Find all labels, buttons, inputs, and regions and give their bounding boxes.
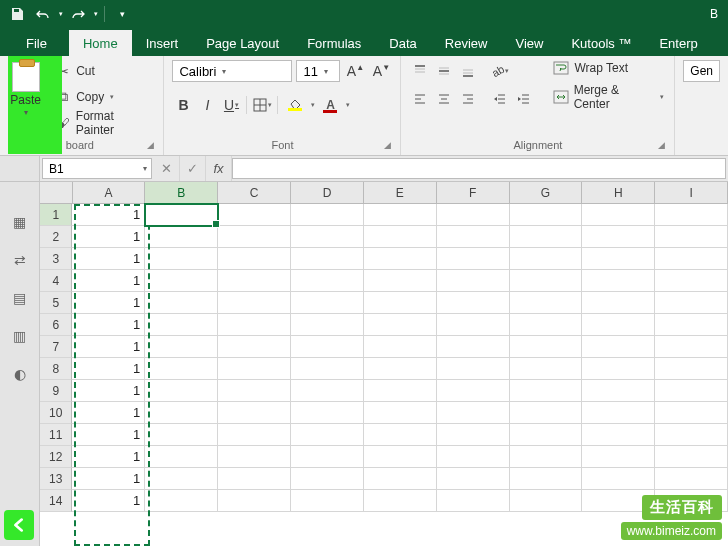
cell-G9[interactable] <box>510 380 583 402</box>
rail-button-5[interactable]: ◐ <box>8 364 32 384</box>
undo-caret-icon[interactable]: ▾ <box>59 10 63 18</box>
cell-C11[interactable] <box>218 424 291 446</box>
italic-button[interactable]: I <box>196 94 218 116</box>
cell-A9[interactable]: 1 <box>72 380 145 402</box>
cell-E5[interactable] <box>364 292 437 314</box>
formula-input[interactable] <box>232 158 726 179</box>
row-header-7[interactable]: 7 <box>40 336 72 358</box>
cell-A1[interactable]: 1 <box>72 204 145 226</box>
cell-C8[interactable] <box>218 358 291 380</box>
cell-G14[interactable] <box>510 490 583 512</box>
align-left-button[interactable] <box>409 88 431 110</box>
cell-A13[interactable]: 1 <box>72 468 145 490</box>
cell-I14[interactable] <box>655 490 728 512</box>
cell-G11[interactable] <box>510 424 583 446</box>
redo-button[interactable] <box>67 3 89 25</box>
align-center-button[interactable] <box>433 88 455 110</box>
cell-F4[interactable] <box>437 270 510 292</box>
cell-C4[interactable] <box>218 270 291 292</box>
row-header-10[interactable]: 10 <box>40 402 72 424</box>
cell-E14[interactable] <box>364 490 437 512</box>
cell-B8[interactable] <box>145 358 218 380</box>
row-header-3[interactable]: 3 <box>40 248 72 270</box>
cell-C2[interactable] <box>218 226 291 248</box>
cell-E13[interactable] <box>364 468 437 490</box>
cell-H8[interactable] <box>582 358 655 380</box>
cell-B13[interactable] <box>145 468 218 490</box>
cell-F11[interactable] <box>437 424 510 446</box>
borders-button[interactable]: ▾ <box>251 94 273 116</box>
cell-D5[interactable] <box>291 292 364 314</box>
format-painter-button[interactable]: 🖌 Format Painter <box>53 112 155 134</box>
cell-D8[interactable] <box>291 358 364 380</box>
column-header-C[interactable]: C <box>218 182 291 203</box>
cell-H3[interactable] <box>582 248 655 270</box>
column-header-H[interactable]: H <box>582 182 655 203</box>
cell-G6[interactable] <box>510 314 583 336</box>
tab-formulas[interactable]: Formulas <box>293 30 375 56</box>
cell-A3[interactable]: 1 <box>72 248 145 270</box>
dialog-launcher-alignment[interactable]: ◢ <box>658 140 670 152</box>
cell-A5[interactable]: 1 <box>72 292 145 314</box>
row-header-9[interactable]: 9 <box>40 380 72 402</box>
save-button[interactable] <box>6 3 28 25</box>
cell-D13[interactable] <box>291 468 364 490</box>
cell-B14[interactable] <box>145 490 218 512</box>
cell-G4[interactable] <box>510 270 583 292</box>
font-size-combo[interactable]: 11 ▾ <box>296 60 340 82</box>
increase-indent-button[interactable] <box>513 88 535 110</box>
bold-button[interactable]: B <box>172 94 194 116</box>
rail-button-1[interactable]: ▦ <box>8 212 32 232</box>
cell-F14[interactable] <box>437 490 510 512</box>
column-header-F[interactable]: F <box>437 182 510 203</box>
cell-B6[interactable] <box>145 314 218 336</box>
cell-A8[interactable]: 1 <box>72 358 145 380</box>
cell-H5[interactable] <box>582 292 655 314</box>
cell-C7[interactable] <box>218 336 291 358</box>
cell-H1[interactable] <box>582 204 655 226</box>
cell-I11[interactable] <box>655 424 728 446</box>
cell-F3[interactable] <box>437 248 510 270</box>
column-header-A[interactable]: A <box>73 182 146 203</box>
cell-I1[interactable] <box>655 204 728 226</box>
cell-H9[interactable] <box>582 380 655 402</box>
cell-D7[interactable] <box>291 336 364 358</box>
cancel-formula-button[interactable]: ✕ <box>154 156 180 181</box>
cell-C1[interactable] <box>218 204 291 226</box>
rail-button-2[interactable]: ⇄ <box>8 250 32 270</box>
select-all-corner[interactable] <box>40 182 73 203</box>
increase-font-button[interactable]: A▲ <box>344 60 366 82</box>
cell-I5[interactable] <box>655 292 728 314</box>
cell-I2[interactable] <box>655 226 728 248</box>
font-color-button[interactable]: A <box>317 94 343 116</box>
tab-insert[interactable]: Insert <box>132 30 193 56</box>
redo-caret-icon[interactable]: ▾ <box>94 10 98 18</box>
cell-D3[interactable] <box>291 248 364 270</box>
cell-G7[interactable] <box>510 336 583 358</box>
cell-E2[interactable] <box>364 226 437 248</box>
cell-E11[interactable] <box>364 424 437 446</box>
cell-D4[interactable] <box>291 270 364 292</box>
cell-H4[interactable] <box>582 270 655 292</box>
cell-G10[interactable] <box>510 402 583 424</box>
cell-A14[interactable]: 1 <box>72 490 145 512</box>
cell-B12[interactable] <box>145 446 218 468</box>
cell-C12[interactable] <box>218 446 291 468</box>
tab-home[interactable]: Home <box>69 30 132 56</box>
row-header-5[interactable]: 5 <box>40 292 72 314</box>
cell-F13[interactable] <box>437 468 510 490</box>
cut-button[interactable]: ✂ Cut <box>53 60 155 82</box>
cell-H2[interactable] <box>582 226 655 248</box>
align-middle-button[interactable] <box>433 60 455 82</box>
rail-button-3[interactable]: ▤ <box>8 288 32 308</box>
cell-A6[interactable]: 1 <box>72 314 145 336</box>
undo-button[interactable] <box>32 3 54 25</box>
cell-H13[interactable] <box>582 468 655 490</box>
cell-A11[interactable]: 1 <box>72 424 145 446</box>
number-format-combo[interactable]: Gen <box>683 60 720 82</box>
tab-page-layout[interactable]: Page Layout <box>192 30 293 56</box>
cell-E4[interactable] <box>364 270 437 292</box>
cell-D11[interactable] <box>291 424 364 446</box>
cell-H6[interactable] <box>582 314 655 336</box>
column-header-I[interactable]: I <box>655 182 728 203</box>
